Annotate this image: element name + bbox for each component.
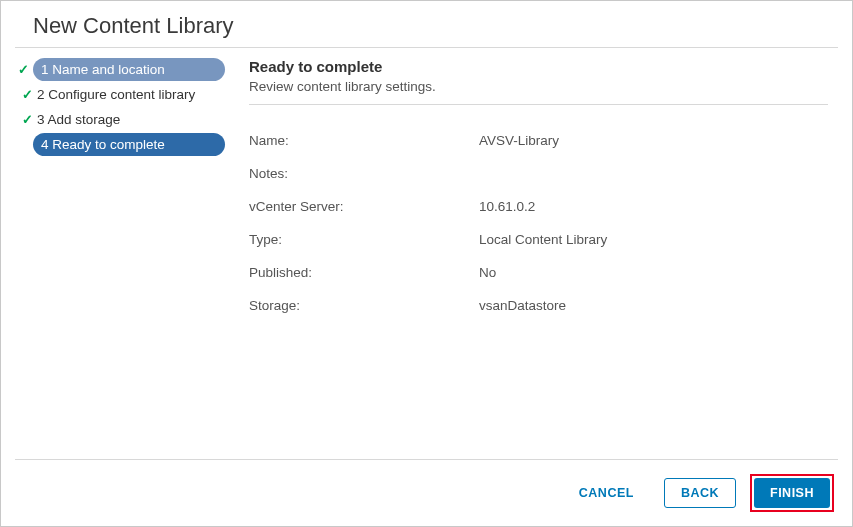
dialog-title: New Content Library bbox=[15, 1, 838, 48]
summary-published-label: Published: bbox=[249, 265, 469, 280]
finish-button[interactable]: FINISH bbox=[754, 478, 830, 508]
step-label: 2 Configure content library bbox=[37, 87, 195, 102]
panel-subtitle: Review content library settings. bbox=[249, 79, 828, 94]
back-button[interactable]: BACK bbox=[664, 478, 736, 508]
summary-name-value: AVSV-Library bbox=[479, 133, 828, 148]
summary-vcenter-value: 10.61.0.2 bbox=[479, 199, 828, 214]
check-icon: ✓ bbox=[19, 112, 35, 127]
summary-type-label: Type: bbox=[249, 232, 469, 247]
panel-title: Ready to complete bbox=[249, 58, 828, 75]
divider bbox=[249, 104, 828, 105]
cancel-button[interactable]: CANCEL bbox=[563, 478, 650, 508]
summary-vcenter-label: vCenter Server: bbox=[249, 199, 469, 214]
step-label: 4 Ready to complete bbox=[41, 137, 165, 152]
wizard-steps: ✓ 1 Name and location ✓ 2 Configure cont… bbox=[15, 58, 225, 459]
finish-highlight: FINISH bbox=[750, 474, 834, 512]
dialog-body: ✓ 1 Name and location ✓ 2 Configure cont… bbox=[1, 48, 852, 459]
wizard-content: Ready to complete Review content library… bbox=[225, 58, 838, 459]
step-label: 1 Name and location bbox=[41, 62, 165, 77]
check-icon: ✓ bbox=[19, 87, 35, 102]
step-configure-library[interactable]: ✓ 2 Configure content library bbox=[15, 83, 225, 106]
dialog-footer: CANCEL BACK FINISH bbox=[15, 459, 838, 526]
summary-storage-label: Storage: bbox=[249, 298, 469, 313]
summary-storage-value: vsanDatastore bbox=[479, 298, 828, 313]
step-add-storage[interactable]: ✓ 3 Add storage bbox=[15, 108, 225, 131]
step-label: 3 Add storage bbox=[37, 112, 120, 127]
summary-notes-label: Notes: bbox=[249, 166, 469, 181]
step-name-location[interactable]: ✓ 1 Name and location bbox=[33, 58, 225, 81]
summary-grid: Name: AVSV-Library Notes: vCenter Server… bbox=[249, 133, 828, 313]
summary-notes-value bbox=[479, 166, 828, 181]
check-icon: ✓ bbox=[15, 62, 31, 77]
summary-name-label: Name: bbox=[249, 133, 469, 148]
summary-type-value: Local Content Library bbox=[479, 232, 828, 247]
summary-published-value: No bbox=[479, 265, 828, 280]
step-ready-complete[interactable]: 4 Ready to complete bbox=[33, 133, 225, 156]
